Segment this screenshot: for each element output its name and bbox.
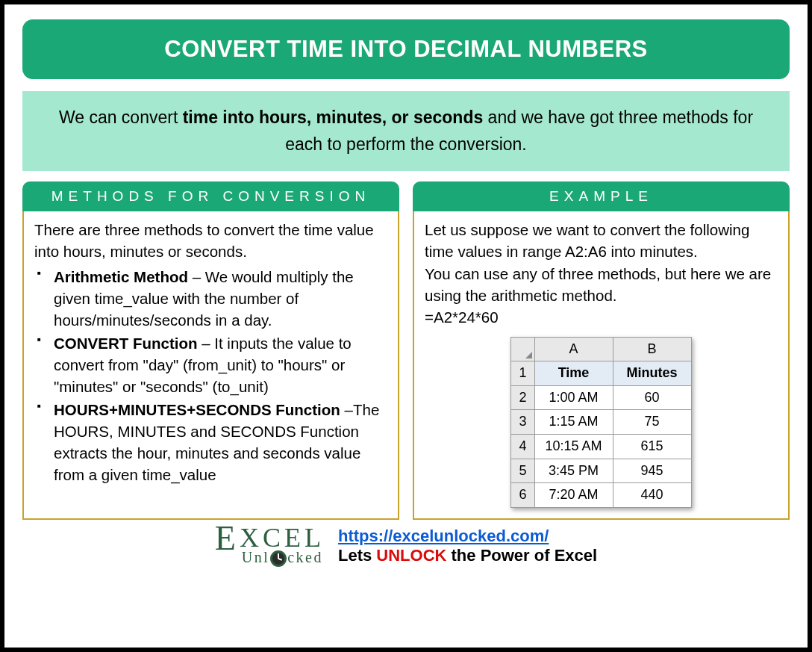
method-title: CONVERT Function: [54, 335, 197, 352]
logo-line2: Unlcked: [242, 550, 325, 567]
excel-table: A B 1 Time Minutes 21:00 AM60 31:15 AM75…: [510, 337, 691, 508]
example-formula: =A2*24*60: [425, 306, 778, 328]
tagline-post: the Power of Excel: [446, 546, 597, 565]
tagline-unlock: UNLOCK: [376, 546, 446, 565]
document-frame: CONVERT TIME INTO DECIMAL NUMBERS We can…: [0, 0, 812, 652]
example-p2: You can use any of three methods, but he…: [425, 263, 778, 306]
col-header-b: B: [613, 337, 691, 361]
footer: EXCEL Unlcked https://excelunlocked.com/…: [22, 524, 790, 568]
methods-header: METHODS FOR CONVERSION: [22, 181, 399, 211]
cell: 60: [613, 385, 691, 410]
list-item: CONVERT Function – It inputs the value t…: [54, 332, 387, 397]
method-sep: –: [340, 401, 353, 418]
list-item: HOURS+MINUTES+SECONDS Function –The HOUR…: [54, 399, 387, 485]
example-column: EXAMPLE Let us suppose we want to conver…: [413, 181, 790, 519]
example-p1: Let us suppose we want to convert the fo…: [425, 219, 778, 262]
cell: 10:15 AM: [534, 435, 613, 459]
columns: METHODS FOR CONVERSION There are three m…: [22, 181, 790, 519]
table-header-time: Time: [534, 361, 613, 386]
method-sep: –: [188, 268, 205, 285]
intro-box: We can convert time into hours, minutes,…: [22, 91, 790, 171]
row-header: 1: [511, 361, 534, 386]
cell: 75: [613, 410, 691, 435]
clock-icon: [270, 550, 287, 567]
method-title: Arithmetic Method: [54, 268, 188, 285]
cell: 3:45 PM: [534, 459, 613, 483]
intro-bold: time into hours, minutes, or seconds: [183, 108, 484, 127]
logo-big-e: E: [215, 524, 240, 553]
logo-xcel: XCEL: [240, 527, 325, 550]
methods-list: Arithmetic Method – We would multiply th…: [34, 266, 387, 486]
footer-text: https://excelunlocked.com/ Lets UNLOCK t…: [338, 527, 597, 565]
methods-column: METHODS FOR CONVERSION There are three m…: [22, 181, 399, 519]
cell: 440: [613, 483, 691, 508]
methods-body: There are three methods to convert the t…: [22, 211, 399, 519]
method-sep: –: [197, 335, 214, 352]
cell: 945: [613, 459, 691, 483]
col-header-a: A: [534, 337, 613, 361]
table-corner: [511, 337, 534, 361]
logo-line1: EXCEL: [215, 524, 325, 553]
intro-pre: We can convert: [59, 108, 183, 127]
cell: 1:15 AM: [534, 410, 613, 435]
cell: 7:20 AM: [534, 483, 613, 508]
row-header: 5: [511, 459, 534, 483]
table-header-minutes: Minutes: [613, 361, 691, 386]
row-header: 4: [511, 435, 534, 459]
row-header: 6: [511, 483, 534, 508]
tagline-pre: Lets: [338, 546, 376, 565]
website-link[interactable]: https://excelunlocked.com/: [338, 527, 549, 545]
row-header: 3: [511, 410, 534, 435]
list-item: Arithmetic Method – We would multiply th…: [54, 266, 387, 331]
method-title: HOURS+MINUTES+SECONDS Function: [54, 401, 340, 418]
logo: EXCEL Unlcked: [215, 524, 325, 568]
example-header: EXAMPLE: [413, 181, 790, 211]
cell: 1:00 AM: [534, 385, 613, 410]
row-header: 2: [511, 385, 534, 410]
page-title: CONVERT TIME INTO DECIMAL NUMBERS: [22, 19, 790, 79]
excel-table-wrap: A B 1 Time Minutes 21:00 AM60 31:15 AM75…: [425, 337, 778, 508]
cell: 615: [613, 435, 691, 459]
example-body: Let us suppose we want to convert the fo…: [413, 211, 790, 519]
methods-lead: There are three methods to convert the t…: [34, 219, 387, 262]
